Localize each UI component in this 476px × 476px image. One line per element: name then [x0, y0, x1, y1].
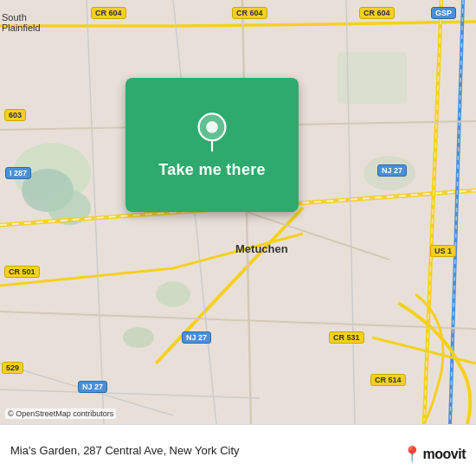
svg-point-4: [156, 281, 190, 307]
svg-point-33: [206, 121, 218, 133]
road-badge-i287: I 287: [5, 167, 31, 179]
bottom-bar: Mia's Garden, 287 Central Ave, New York …: [0, 424, 476, 476]
svg-point-5: [123, 327, 154, 348]
road-badge-nj27-2: NJ 27: [182, 331, 211, 344]
map-svg: [0, 0, 476, 424]
road-badge-gsp: GSP: [431, 7, 456, 19]
road-badge-cr604-1: CR 604: [91, 7, 126, 19]
svg-line-13: [173, 24, 329, 26]
map-container: CR 604 CR 604 CR 604 GSP NJ 27 US 1 I 28…: [0, 0, 476, 424]
road-badge-nj27-3: NJ 27: [78, 381, 107, 393]
road-badge-nj27-1: NJ 27: [377, 164, 407, 177]
road-badge-603: 603: [4, 109, 26, 121]
moovit-brand-text: moovit: [423, 447, 466, 462]
moovit-pin-icon: 📍: [402, 445, 421, 464]
road-badge-cr604-3: CR 604: [359, 7, 395, 19]
take-me-card[interactable]: Take me there: [125, 78, 299, 212]
road-badge-cr501: CR 501: [4, 266, 40, 278]
road-badge-us1: US 1: [430, 245, 456, 257]
address-text: Mia's Garden, 287 Central Ave, New York …: [10, 444, 240, 457]
road-badge-cr531: CR 531: [329, 331, 364, 344]
road-badge-cr514: CR 514: [370, 374, 406, 386]
take-me-label[interactable]: Take me there: [158, 161, 266, 179]
location-pin-icon: [191, 111, 233, 152]
road-badge-cr604-2: CR 604: [232, 7, 267, 19]
moovit-logo: 📍 moovit: [402, 445, 466, 464]
road-badge-529: 529: [2, 362, 23, 374]
